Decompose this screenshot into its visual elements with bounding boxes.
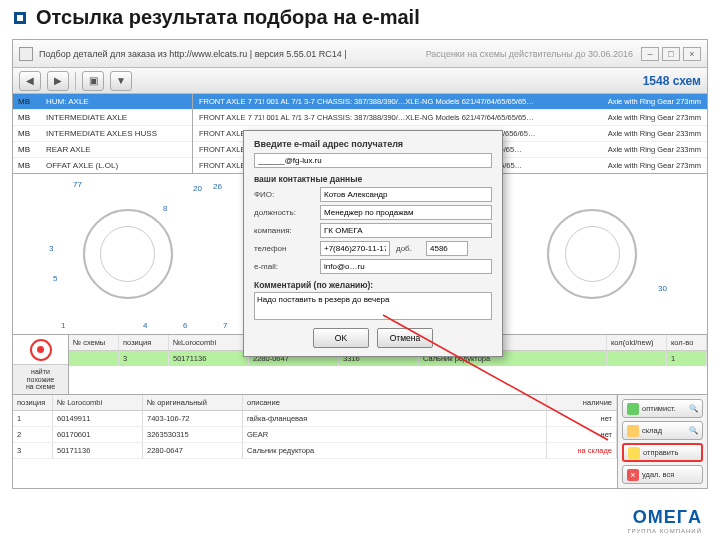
sklad-button[interactable]: склад🔍 [622,421,703,440]
callout: 77 [73,180,82,189]
company-input[interactable] [320,223,492,238]
optimist-button[interactable]: оптимист.🔍 [622,399,703,418]
bullet-icon [14,12,26,24]
action-panel: оптимист.🔍 склад🔍 отправить ×удал. вся [617,395,707,489]
table-row[interactable]: 2601706013263530315GEARнет [13,427,617,443]
gear-icon [83,209,173,299]
minimize-button[interactable]: – [641,47,659,61]
nav-fwd-button[interactable]: ▶ [47,71,69,91]
close-button[interactable]: × [683,47,701,61]
comment-heading: Комментарий (по желанию): [254,280,492,290]
fio-input[interactable] [320,187,492,202]
list-item[interactable]: FRONT AXLE 7 71! 001 AL 7/1 3-7 CHASSIS:… [193,110,707,126]
list-item[interactable]: MBINTERMEDIATE AXLE [13,110,192,126]
brand-logo: OMEГA ГРУППА КОМПАНИЙ [627,507,702,534]
list-item[interactable]: MBOFFAT AXLE (L.OL) [13,158,192,173]
list-item[interactable]: FRONT AXLE 7 71! 001 AL 7/1 3-7 CHASSIS:… [193,94,707,110]
toggle-button[interactable]: ▣ [82,71,104,91]
delete-all-button[interactable]: ×удал. вся [622,465,703,484]
scheme-count: 1548 схем [643,74,701,88]
phone-input[interactable] [320,241,390,256]
contact-heading: ваши контактные данные [254,174,492,184]
email-dialog: Введите e-mail адрес получателя ваши кон… [243,130,503,357]
callout: 6 [183,321,187,330]
position-input[interactable] [320,205,492,220]
window-subtitle: Расценки на схемы действительны до 30.06… [426,49,633,59]
dialog-heading: Введите e-mail адрес получателя [254,139,492,149]
callout: 30 [658,284,667,293]
callout: 3 [49,244,53,253]
slide-header: Отсылка результата подбора на e-mail [0,0,720,35]
result-grid[interactable]: позиция№ Lorocombi № оригинальныйописани… [13,395,617,489]
ok-button[interactable]: OK [313,328,369,348]
list-item[interactable]: MBINTERMEDIATE AXLES HUSS [13,126,192,142]
title-bar: Подбор деталей для заказа из http://www.… [13,40,707,68]
callout: 20 [193,184,202,193]
nav-back-button[interactable]: ◀ [19,71,41,91]
callout: 1 [61,321,65,330]
gear-icon [547,209,637,299]
comment-textarea[interactable] [254,292,492,320]
ext-input[interactable] [426,241,468,256]
recipient-email-input[interactable] [254,153,492,168]
app-icon [19,47,33,61]
callout: 5 [53,274,57,283]
table-row[interactable]: 3501711362280-0647Сальник редукторана ск… [13,443,617,459]
window-title: Подбор деталей для заказа из http://www.… [39,49,347,59]
send-email-button[interactable]: отправить [622,443,703,462]
toolbar: ◀ ▶ ▣ ▼ 1548 схем [13,68,707,94]
target-icon[interactable] [13,335,68,364]
callout: 4 [143,321,147,330]
find-similar-button[interactable]: найтипохожиена схеме [13,364,68,394]
list-item[interactable]: MBHUM: AXLE [13,94,192,110]
maximize-button[interactable]: □ [662,47,680,61]
slide-title: Отсылка результата подбора на e-mail [36,6,420,29]
table-row[interactable]: 1601499117403-106-72гайка-фланцеваянет [13,411,617,427]
callout: 7 [223,321,227,330]
list-item[interactable]: MBREAR AXLE [13,142,192,158]
app-window: Подбор деталей для заказа из http://www.… [12,39,708,489]
cancel-button[interactable]: Отмена [377,328,433,348]
callout: 26 [213,182,222,191]
axle-list[interactable]: MBHUM: AXLEMBINTERMEDIATE AXLEMBINTERMED… [13,94,193,173]
filter-button[interactable]: ▼ [110,71,132,91]
sender-email-input[interactable] [320,259,492,274]
callout: 8 [163,204,167,213]
